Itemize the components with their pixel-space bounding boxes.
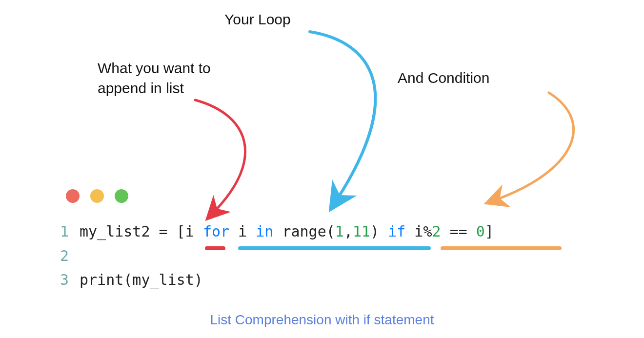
code-token: = xyxy=(159,219,168,244)
code-block: 1 my_list2 = [i for i in range( 1 , 11 )… xyxy=(56,219,494,292)
code-token-keyword: for xyxy=(203,219,229,244)
code-token xyxy=(441,219,450,244)
line-number: 2 xyxy=(56,244,80,268)
code-line-1: 1 my_list2 = [i for i in range( 1 , 11 )… xyxy=(56,219,494,244)
arrow-condition xyxy=(463,88,610,215)
arrow-loop xyxy=(302,27,449,212)
window-dots xyxy=(66,189,128,203)
code-token-number: 1 xyxy=(335,219,344,244)
code-token: [i xyxy=(168,219,203,244)
code-token-keyword: if xyxy=(388,219,405,244)
underline-loop xyxy=(238,246,431,250)
line-number: 1 xyxy=(56,219,80,244)
code-token-keyword: in xyxy=(256,219,273,244)
code-token xyxy=(467,219,476,244)
code-token: , xyxy=(344,219,353,244)
code-token: ) xyxy=(370,219,388,244)
label-condition: And Condition xyxy=(398,68,489,88)
code-token: i% xyxy=(405,219,432,244)
code-token: print(my_list) xyxy=(80,268,203,292)
underline-append xyxy=(205,246,225,250)
line-number: 3 xyxy=(56,268,80,292)
code-token: range( xyxy=(273,219,335,244)
arrow-append xyxy=(161,95,288,222)
label-append: What you want to append in list xyxy=(98,59,254,98)
code-token: == xyxy=(450,219,467,244)
code-line-3: 3 print(my_list) xyxy=(56,268,494,292)
code-token: ] xyxy=(485,219,494,244)
code-token: i xyxy=(229,219,256,244)
window-dot-minimize xyxy=(90,189,104,203)
underline-condition xyxy=(441,246,562,250)
window-dot-close xyxy=(66,189,80,203)
label-loop: Your Loop xyxy=(224,10,291,30)
window-dot-zoom xyxy=(115,189,128,203)
code-token: my_list2 xyxy=(80,219,159,244)
code-token-number: 2 xyxy=(432,219,441,244)
code-token-number: 0 xyxy=(476,219,485,244)
caption: List Comprehension with if statement xyxy=(0,312,644,328)
code-token-number: 11 xyxy=(353,219,370,244)
